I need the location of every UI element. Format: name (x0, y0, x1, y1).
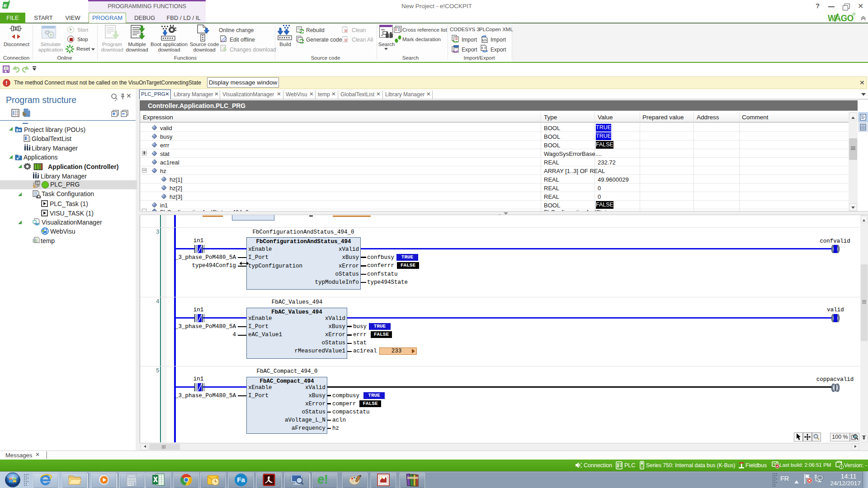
svg-text:LD: LD (36, 182, 40, 184)
svg-text:M: M (35, 222, 39, 226)
svg-text:S: S (33, 184, 36, 188)
